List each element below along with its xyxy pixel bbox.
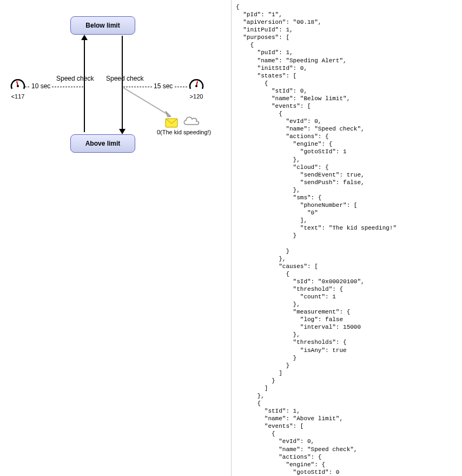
svg-point-3 — [195, 85, 197, 87]
state-above-limit[interactable]: Above limit — [70, 134, 135, 153]
state-above-label: Above limit — [85, 140, 121, 147]
sms-label: 0(The kid speeding!) — [157, 129, 211, 135]
transition-up-arrow — [84, 39, 85, 132]
gauge-left-value: <117 — [10, 93, 26, 100]
svg-point-1 — [17, 85, 19, 87]
diagram-panel: Below limit Above limit Speed check Spee… — [0, 0, 231, 476]
gauge-right-value: >120 — [188, 93, 204, 100]
json-code-panel[interactable]: { "pId": "1", "apiVersion": "00.18", "in… — [231, 0, 462, 476]
arrow-up-head — [81, 35, 88, 40]
svg-line-4 — [123, 88, 171, 116]
state-below-label: Below limit — [85, 22, 120, 29]
arrow-down-head — [119, 129, 126, 134]
json-code-text: { "pId": "1", "apiVersion": "00.18", "in… — [236, 4, 397, 476]
cloud-icon — [181, 113, 201, 128]
transition-left-label: Speed check — [56, 75, 94, 82]
time-left-label: 10 sec — [30, 82, 51, 90]
transition-right-label: Speed check — [106, 75, 143, 82]
gauge-right-icon — [188, 77, 204, 93]
state-below-limit[interactable]: Below limit — [70, 16, 135, 35]
svg-marker-5 — [166, 111, 171, 117]
gauge-left-icon — [10, 77, 26, 93]
sms-icon — [165, 118, 178, 128]
